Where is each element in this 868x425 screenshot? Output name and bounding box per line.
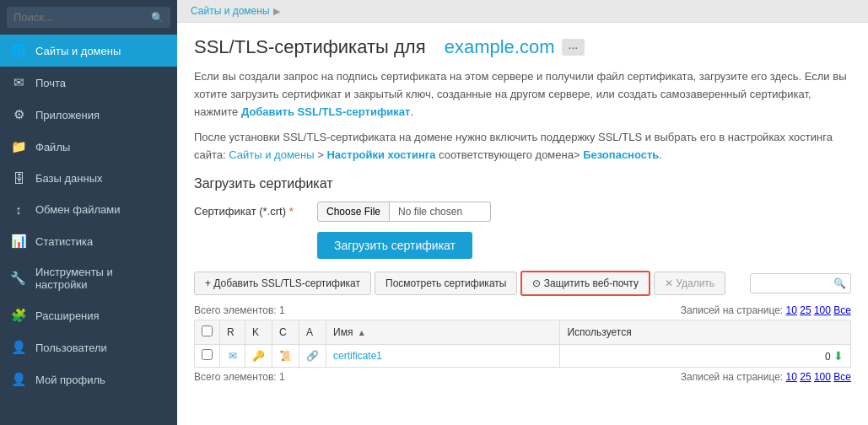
pagination-top: Записей на странице: 10 25 100 Все <box>681 304 851 316</box>
th-r: R <box>220 320 245 344</box>
section-upload-title: Загрузить сертификат <box>194 176 851 191</box>
sidebar-item-users-label: Пользователи <box>35 342 107 354</box>
email-icon: ✉ <box>229 350 237 362</box>
sidebar-search-container: 🔍 <box>0 0 177 35</box>
sidebar-item-sites[interactable]: 🌐 Сайты и домены <box>0 35 177 67</box>
tools-icon: 🔧 <box>10 271 27 286</box>
sidebar-item-files[interactable]: 📁 Файлы <box>0 131 177 163</box>
delete-button[interactable]: ✕ Удалить <box>654 272 725 295</box>
table-info-bottom: Всего элементов: 1 Записей на странице: … <box>194 371 851 383</box>
sidebar-item-apps-label: Приложения <box>35 109 100 121</box>
certificate-form-row: Сертификат (*.crt) * Choose File No file… <box>194 202 851 222</box>
breadcrumb: Сайты и домены ▶ <box>177 0 868 23</box>
td-k: 🔑 <box>245 344 272 367</box>
profile-icon: 👤 <box>10 372 27 387</box>
sidebar-item-files-label: Файлы <box>35 141 70 153</box>
toolbar: + Добавить SSL/TLS-сертификат Посмотреть… <box>194 271 851 296</box>
pagination-bottom: Записей на странице: 10 25 100 Все <box>681 371 851 383</box>
select-all-checkbox[interactable] <box>202 325 213 336</box>
sidebar-item-db[interactable]: 🗄 Базы данных <box>0 163 177 194</box>
sidebar-item-mail[interactable]: ✉ Почта <box>0 67 177 99</box>
per-page-10-top[interactable]: 10 <box>786 304 797 316</box>
info-paragraph-2: После установки SSL/TLS-сертификата на д… <box>194 129 851 164</box>
td-used: 0 ⬇ <box>560 344 851 367</box>
chain-icon: 🔗 <box>306 350 319 362</box>
cert-icon: 📜 <box>279 350 292 362</box>
sidebar-item-stats[interactable]: 📊 Статистика <box>0 225 177 257</box>
breadcrumb-separator: ▶ <box>273 6 280 17</box>
th-c: C <box>272 320 299 344</box>
certificates-table: R K C A Имя ▲ Используется ✉ 🔑 📜 🔗 certi… <box>194 320 851 368</box>
sidebar-item-extensions[interactable]: 🧩 Расширения <box>0 299 177 331</box>
per-page-25-bottom[interactable]: 25 <box>800 371 811 383</box>
per-page-100-bottom[interactable]: 100 <box>814 371 831 383</box>
file-chosen-label: No file chosen <box>390 202 491 222</box>
sidebar-item-sites-label: Сайты и домены <box>35 45 121 57</box>
protect-webmail-button[interactable]: ⊙ Защитить веб-почту <box>520 271 650 296</box>
file-input-wrap: Choose File No file chosen <box>317 202 491 222</box>
required-indicator: * <box>289 205 294 218</box>
th-k: K <box>245 320 272 344</box>
info2-mid: соответствующего домена> <box>435 148 583 161</box>
add-ssl-button[interactable]: + Добавить SSL/TLS-сертификат <box>194 272 371 295</box>
per-page-all-bottom[interactable]: Все <box>833 371 851 383</box>
table-header-row: R K C A Имя ▲ Используется <box>195 320 851 344</box>
download-icon[interactable]: ⬇ <box>833 349 844 363</box>
sidebar-item-users[interactable]: 👤 Пользователи <box>0 331 177 363</box>
main-content: Сайты и домены ▶ SSL/TLS-сертификаты для… <box>177 0 868 425</box>
sidebar-item-tools[interactable]: 🔧 Инструменты и настройки <box>0 257 177 299</box>
security-link[interactable]: Безопасность <box>583 148 659 161</box>
per-page-all-top[interactable]: Все <box>833 304 851 316</box>
sidebar-item-profile-label: Мой профиль <box>35 374 105 386</box>
mail-icon: ✉ <box>10 75 27 90</box>
th-name[interactable]: Имя ▲ <box>326 320 560 344</box>
sidebar-item-apps[interactable]: ⚙ Приложения <box>0 99 177 131</box>
sort-arrow-name: ▲ <box>358 328 366 337</box>
sidebar-search-input[interactable] <box>7 7 170 28</box>
info1-end: . <box>410 105 413 118</box>
sites-domains-link[interactable]: Сайты и домены <box>229 148 314 161</box>
td-a: 🔗 <box>299 344 326 367</box>
td-c: 📜 <box>272 344 299 367</box>
per-page-10-bottom[interactable]: 10 <box>786 371 797 383</box>
total-items-top: Всего элементов: 1 <box>194 304 285 316</box>
table-row: ✉ 🔑 📜 🔗 certificate1 0 ⬇ <box>195 344 851 367</box>
per-page-100-top[interactable]: 100 <box>814 304 831 316</box>
add-cert-link[interactable]: Добавить SSL/TLS-сертификат <box>241 105 410 118</box>
dots-menu-button[interactable]: ··· <box>562 39 585 56</box>
db-icon: 🗄 <box>10 171 27 186</box>
content-area: SSL/TLS-сертификаты для example.com ··· … <box>177 23 868 425</box>
td-r: ✉ <box>220 344 245 367</box>
used-count: 0 <box>825 351 831 363</box>
th-checkbox <box>195 320 220 344</box>
sidebar-item-profile[interactable]: 👤 Мой профиль <box>0 363 177 395</box>
cert-name-link[interactable]: certificate1 <box>333 350 382 362</box>
total-items-bottom: Всего элементов: 1 <box>194 371 285 383</box>
view-certs-button[interactable]: Посмотреть сертификаты <box>375 272 517 295</box>
sidebar-item-exchange[interactable]: ↕ Обмен файлами <box>0 194 177 225</box>
extensions-icon: 🧩 <box>10 308 27 323</box>
title-prefix: SSL/TLS-сертификаты для <box>194 36 426 58</box>
per-page-25-top[interactable]: 25 <box>800 304 811 316</box>
stats-icon: 📊 <box>10 234 27 249</box>
files-icon: 📁 <box>10 139 27 154</box>
sidebar-item-exchange-label: Обмен файлами <box>35 203 120 216</box>
domain-name: example.com <box>445 36 555 58</box>
sidebar-search-icon: 🔍 <box>151 12 164 24</box>
info-paragraph-1: Если вы создали запрос на подпись сертиф… <box>194 68 851 121</box>
per-page-label-bottom: Записей на странице: <box>681 371 783 383</box>
sites-icon: 🌐 <box>10 43 27 58</box>
table-search-icon: 🔍 <box>833 277 846 289</box>
th-a: A <box>299 320 326 344</box>
td-name: certificate1 <box>326 344 560 367</box>
hosting-settings-link[interactable]: Настройки хостинга <box>326 148 435 161</box>
cert-label-text: Сертификат (*.crt) <box>194 205 286 218</box>
upload-certificate-button[interactable]: Загрузить сертификат <box>317 232 472 259</box>
breadcrumb-link[interactable]: Сайты и домены <box>191 5 270 17</box>
choose-file-button[interactable]: Choose File <box>317 202 390 222</box>
table-search: 🔍 <box>750 273 851 293</box>
sidebar: 🔍 🌐 Сайты и домены ✉ Почта ⚙ Приложения … <box>0 0 177 425</box>
row-checkbox[interactable] <box>202 349 213 360</box>
th-used: Используется <box>560 320 851 344</box>
per-page-label-top: Записей на странице: <box>681 304 783 316</box>
